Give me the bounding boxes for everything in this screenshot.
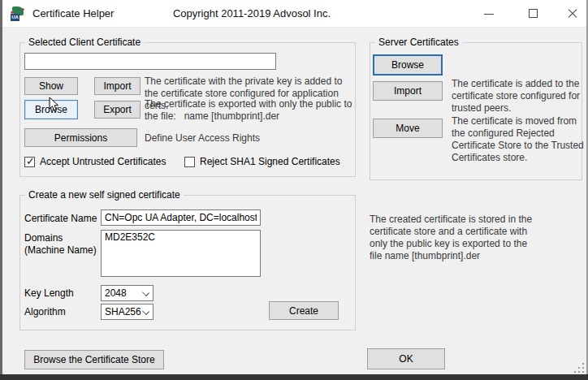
create-certificate-title: Create a new self signed certificate	[25, 189, 184, 201]
accept-untrusted-label: Accept Untrusted Certificates	[40, 156, 166, 167]
export-button[interactable]: Export	[94, 101, 141, 119]
permissions-button[interactable]: Permissions	[24, 128, 137, 147]
minimize-button[interactable]	[475, 0, 503, 28]
close-button[interactable]	[559, 0, 586, 28]
reject-sha1-label: Reject SHA1 Signed Certificates	[200, 156, 340, 167]
client-certificate-input[interactable]	[24, 53, 276, 70]
chevron-down-icon	[142, 308, 149, 315]
algorithm-value: SHA256	[105, 306, 141, 317]
server-import-description: The certificate is added to the certific…	[452, 78, 583, 114]
create-button[interactable]: Create	[269, 301, 339, 320]
key-length-value: 2048	[105, 287, 127, 299]
client-browse-button[interactable]: Browse	[24, 100, 78, 119]
selected-client-certificate-title: Selected Client Certificate	[25, 37, 144, 48]
resize-grip[interactable]	[573, 363, 584, 373]
domains-input[interactable]: MD2E352C	[101, 230, 261, 277]
algorithm-dropdown[interactable]: SHA256	[101, 304, 153, 320]
domains-label: Domains (Machine Name)	[24, 232, 97, 257]
chevron-down-icon	[142, 289, 149, 296]
ok-button[interactable]: OK	[367, 348, 445, 369]
server-browse-button[interactable]: Browse	[373, 54, 443, 76]
move-button[interactable]: Move	[373, 119, 443, 138]
permissions-description: Define User Access Rights	[145, 132, 339, 145]
certificate-name-input[interactable]	[101, 209, 261, 226]
frame-edge-left	[0, 0, 2, 380]
browse-certificate-store-button[interactable]: Browse the Certificate Store	[24, 350, 164, 369]
reject-sha1-checkbox-box	[184, 157, 195, 167]
certificate-name-label: Certificate Name	[24, 213, 97, 224]
title-bar: UA Certificate Helper Copyright 2011-201…	[0, 0, 588, 28]
certificate-helper-window: UA Certificate Helper Copyright 2011-201…	[0, 0, 588, 380]
move-description: The certificate is moved from the config…	[452, 115, 588, 164]
created-certificate-note: The created certificate is stored in the…	[370, 214, 548, 262]
copyright-text: Copyright 2011-2019 Advosol Inc.	[0, 0, 504, 28]
accept-untrusted-checkbox[interactable]: ✓ Accept Untrusted Certificates	[24, 156, 166, 167]
key-length-dropdown[interactable]: 2048	[101, 285, 153, 301]
maximize-button[interactable]	[520, 0, 547, 28]
minimize-icon	[484, 14, 494, 15]
client-import-button[interactable]: Import	[94, 77, 141, 95]
frame-edge-bottom	[0, 374, 588, 380]
key-length-label: Key Length	[24, 287, 74, 299]
algorithm-label: Algorithm	[24, 306, 66, 317]
server-certificates-title: Server Certificates	[375, 37, 462, 48]
reject-sha1-checkbox[interactable]: Reject SHA1 Signed Certificates	[184, 156, 340, 167]
accept-untrusted-checkbox-box: ✓	[24, 157, 35, 167]
checkmark-icon: ✓	[26, 155, 35, 167]
server-import-button[interactable]: Import	[373, 81, 443, 101]
export-description: The certificate is exported with only th…	[145, 98, 362, 123]
maximize-icon	[529, 9, 538, 18]
show-button[interactable]: Show	[24, 77, 78, 95]
